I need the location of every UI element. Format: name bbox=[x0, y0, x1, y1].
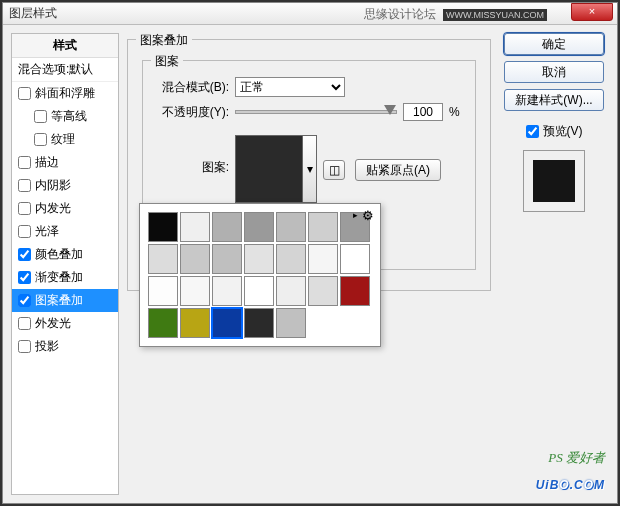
preview-box bbox=[523, 150, 585, 212]
style-checkbox[interactable] bbox=[18, 87, 31, 100]
style-checkbox[interactable] bbox=[18, 179, 31, 192]
pattern-swatch[interactable] bbox=[235, 135, 303, 203]
opacity-label: 不透明度(Y): bbox=[155, 104, 229, 121]
pattern-swatch-item[interactable] bbox=[148, 308, 178, 338]
style-item[interactable]: 外发光 bbox=[12, 312, 118, 335]
dialog-title: 图层样式 bbox=[9, 5, 57, 22]
style-item[interactable]: 光泽 bbox=[12, 220, 118, 243]
new-style-button[interactable]: 新建样式(W)... bbox=[504, 89, 604, 111]
pattern-swatch-item[interactable] bbox=[148, 244, 178, 274]
style-label: 等高线 bbox=[51, 108, 87, 125]
opacity-slider[interactable] bbox=[235, 110, 397, 114]
pattern-swatch-item[interactable] bbox=[212, 308, 242, 338]
pattern-swatch-item[interactable] bbox=[276, 212, 306, 242]
inner-title: 图案 bbox=[151, 53, 183, 70]
style-checkbox[interactable] bbox=[18, 340, 31, 353]
style-label: 图案叠加 bbox=[35, 292, 83, 309]
pattern-swatch-item[interactable] bbox=[340, 244, 370, 274]
style-label: 光泽 bbox=[35, 223, 59, 240]
pattern-swatch-item[interactable] bbox=[308, 244, 338, 274]
pattern-swatch-item[interactable] bbox=[308, 276, 338, 306]
style-item[interactable]: 等高线 bbox=[12, 105, 118, 128]
style-label: 内阴影 bbox=[35, 177, 71, 194]
style-label: 内发光 bbox=[35, 200, 71, 217]
pattern-swatch-item[interactable] bbox=[148, 276, 178, 306]
cancel-button[interactable]: 取消 bbox=[504, 61, 604, 83]
pattern-swatch-item[interactable] bbox=[212, 244, 242, 274]
pattern-swatch-item[interactable] bbox=[244, 308, 274, 338]
style-item[interactable]: 纹理 bbox=[12, 128, 118, 151]
action-panel: 确定 取消 新建样式(W)... 预览(V) bbox=[499, 33, 609, 495]
style-checkbox[interactable] bbox=[18, 202, 31, 215]
pattern-swatch-item[interactable] bbox=[212, 212, 242, 242]
pattern-swatch-item[interactable] bbox=[276, 276, 306, 306]
style-item[interactable]: 斜面和浮雕 bbox=[12, 82, 118, 105]
blend-mode-select[interactable]: 正常 bbox=[235, 77, 345, 97]
style-checkbox[interactable] bbox=[18, 317, 31, 330]
layer-style-dialog: 图层样式 思缘设计论坛 WWW.MISSYUAN.COM × 样式 混合选项:默… bbox=[2, 2, 618, 504]
pattern-swatch-item[interactable] bbox=[212, 276, 242, 306]
style-item[interactable]: 内发光 bbox=[12, 197, 118, 220]
style-item[interactable]: 描边 bbox=[12, 151, 118, 174]
pattern-picker-popup: ⚙ ▸ bbox=[139, 203, 381, 347]
style-label: 颜色叠加 bbox=[35, 246, 83, 263]
gear-icon[interactable]: ⚙ bbox=[362, 208, 374, 223]
snap-origin-button[interactable]: 贴紧原点(A) bbox=[355, 159, 441, 181]
style-label: 描边 bbox=[35, 154, 59, 171]
style-checkbox[interactable] bbox=[34, 133, 47, 146]
pattern-swatch-item[interactable] bbox=[180, 308, 210, 338]
style-label: 纹理 bbox=[51, 131, 75, 148]
pattern-swatch-item[interactable] bbox=[308, 212, 338, 242]
style-item[interactable]: 投影 bbox=[12, 335, 118, 358]
pattern-swatch-item[interactable] bbox=[244, 212, 274, 242]
preview-thumbnail bbox=[533, 160, 575, 202]
style-label: 外发光 bbox=[35, 315, 71, 332]
style-checkbox[interactable] bbox=[18, 156, 31, 169]
blend-options-default[interactable]: 混合选项:默认 bbox=[12, 58, 118, 82]
percent-label: % bbox=[449, 105, 463, 119]
preview-checkbox-row[interactable]: 预览(V) bbox=[526, 123, 583, 140]
new-preset-icon: ◫ bbox=[329, 163, 340, 177]
preview-checkbox[interactable] bbox=[526, 125, 539, 138]
titlebar: 图层样式 思缘设计论坛 WWW.MISSYUAN.COM × bbox=[3, 3, 617, 25]
pattern-swatch-item[interactable] bbox=[276, 244, 306, 274]
new-pattern-button[interactable]: ◫ bbox=[323, 160, 345, 180]
style-label: 投影 bbox=[35, 338, 59, 355]
style-item[interactable]: 渐变叠加 bbox=[12, 266, 118, 289]
style-checkbox[interactable] bbox=[18, 225, 31, 238]
close-button[interactable]: × bbox=[571, 3, 613, 21]
style-label: 斜面和浮雕 bbox=[35, 85, 95, 102]
opacity-input[interactable] bbox=[403, 103, 443, 121]
preview-label: 预览(V) bbox=[543, 123, 583, 140]
pattern-swatch-item[interactable] bbox=[180, 244, 210, 274]
style-checkbox[interactable] bbox=[18, 248, 31, 261]
pattern-label: 图案: bbox=[155, 135, 229, 176]
settings-panel: 图案叠加 图案 混合模式(B): 正常 不透明度(Y): % bbox=[127, 33, 491, 495]
style-checkbox[interactable] bbox=[18, 271, 31, 284]
pattern-swatch-item[interactable] bbox=[244, 244, 274, 274]
forum-credit: 思缘设计论坛 WWW.MISSYUAN.COM bbox=[364, 6, 547, 23]
style-item[interactable]: 颜色叠加 bbox=[12, 243, 118, 266]
chevron-down-icon: ▾ bbox=[307, 162, 313, 176]
styles-panel: 样式 混合选项:默认 斜面和浮雕等高线纹理描边内阴影内发光光泽颜色叠加渐变叠加图… bbox=[11, 33, 119, 495]
pattern-swatch-item[interactable] bbox=[148, 212, 178, 242]
styles-header: 样式 bbox=[12, 34, 118, 58]
pattern-swatch-item[interactable] bbox=[340, 276, 370, 306]
style-label: 渐变叠加 bbox=[35, 269, 83, 286]
style-checkbox[interactable] bbox=[18, 294, 31, 307]
slider-thumb-icon[interactable] bbox=[384, 105, 396, 115]
pattern-dropdown-button[interactable]: ▾ bbox=[303, 135, 317, 203]
pattern-swatch-item[interactable] bbox=[180, 276, 210, 306]
picker-menu-arrow-icon[interactable]: ▸ bbox=[353, 210, 358, 220]
pattern-swatch-item[interactable] bbox=[180, 212, 210, 242]
style-checkbox[interactable] bbox=[34, 110, 47, 123]
blend-mode-label: 混合模式(B): bbox=[155, 79, 229, 96]
style-item[interactable]: 图案叠加 bbox=[12, 289, 118, 312]
pattern-swatch-item[interactable] bbox=[244, 276, 274, 306]
pattern-swatch-item[interactable] bbox=[276, 308, 306, 338]
dialog-content: 样式 混合选项:默认 斜面和浮雕等高线纹理描边内阴影内发光光泽颜色叠加渐变叠加图… bbox=[3, 25, 617, 503]
ok-button[interactable]: 确定 bbox=[504, 33, 604, 55]
group-title: 图案叠加 bbox=[136, 32, 192, 49]
style-item[interactable]: 内阴影 bbox=[12, 174, 118, 197]
